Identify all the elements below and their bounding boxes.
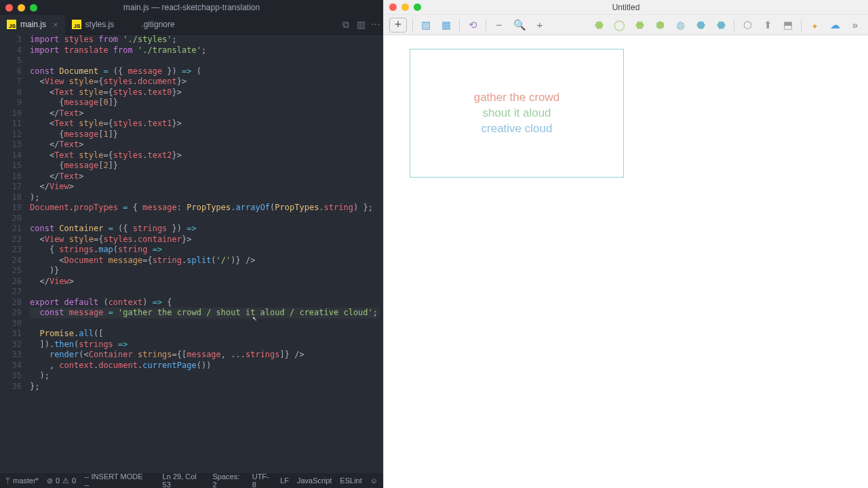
code-line[interactable]: , context.document.currentPage()) bbox=[30, 361, 383, 371]
sketch-titlebar[interactable]: Untitled bbox=[384, 0, 868, 15]
code-line[interactable]: const Container = ({ strings }) => bbox=[30, 224, 383, 235]
separator bbox=[412, 19, 413, 31]
code-line[interactable]: {message[1]} bbox=[30, 129, 383, 140]
mirror-icon[interactable]: ⬥ bbox=[807, 18, 822, 33]
tool-icon[interactable]: ▧ bbox=[418, 18, 433, 33]
code-line[interactable]: Document.propTypes = { message: PropType… bbox=[30, 203, 383, 214]
code-line[interactable]: </View> bbox=[30, 182, 383, 192]
problems-status[interactable]: ⊘ 0 ⚠ 0 bbox=[47, 476, 76, 485]
code-line[interactable]: <Document message={string.split('/')} /> bbox=[30, 256, 383, 266]
line-number: 4 bbox=[0, 45, 22, 56]
tool-icon[interactable]: ⬒ bbox=[781, 18, 795, 33]
symbol-icon[interactable]: ⟲ bbox=[465, 18, 480, 33]
cursor-position[interactable]: Ln 29, Col 53 bbox=[163, 472, 205, 488]
github-icon bbox=[127, 20, 137, 29]
code-line[interactable]: <Text style={styles.text1}> bbox=[30, 119, 383, 129]
code-line[interactable]: )} bbox=[30, 266, 383, 277]
code-line[interactable]: <View style={styles.document}> bbox=[30, 77, 383, 87]
code-line[interactable]: Promise.all([ bbox=[30, 329, 383, 340]
line-number: 15 bbox=[0, 161, 22, 171]
tool-icon[interactable]: ⬡ bbox=[740, 18, 755, 33]
code-line[interactable]: import styles from './styles'; bbox=[30, 35, 383, 45]
code-line[interactable]: <Text style={styles.text0}> bbox=[30, 87, 383, 98]
more-actions-icon[interactable]: ⋯ bbox=[368, 17, 383, 32]
code-content[interactable]: import styles from './styles';import tra… bbox=[30, 35, 383, 473]
text-line-0[interactable]: gather the crowd bbox=[474, 91, 560, 104]
code-line[interactable] bbox=[30, 56, 383, 66]
shape-icon[interactable]: ◯ bbox=[612, 18, 627, 33]
branch-status[interactable]: ᛘ master* bbox=[5, 476, 39, 485]
line-number: 19 bbox=[0, 203, 22, 214]
code-line[interactable]: <Text style={styles.text2}> bbox=[30, 150, 383, 161]
vscode-titlebar[interactable]: main.js — react-sketchapp-translation bbox=[0, 0, 383, 15]
line-number: 34 bbox=[0, 361, 22, 371]
text-line-2[interactable]: creative cloud bbox=[481, 122, 553, 136]
line-number-gutter: 3456789101112131415161718192021222324252… bbox=[0, 35, 30, 473]
zoom-out-icon[interactable]: − bbox=[492, 18, 507, 33]
shape-icon[interactable]: ◍ bbox=[673, 18, 688, 33]
code-line[interactable]: </Text> bbox=[30, 108, 383, 119]
code-line[interactable]: {message[2]} bbox=[30, 161, 383, 171]
code-line[interactable]: <View style={styles.container}> bbox=[30, 235, 383, 245]
window-title: main.js — react-sketchapp-translation bbox=[0, 3, 383, 12]
window-title: Untitled bbox=[384, 3, 868, 12]
tool-icon[interactable]: ▦ bbox=[439, 18, 454, 33]
line-number: 5 bbox=[0, 56, 22, 66]
code-line[interactable]: import translate from './translate'; bbox=[30, 45, 383, 56]
shape-icon[interactable]: ⬢ bbox=[652, 18, 667, 33]
code-line[interactable]: render(<Container strings={[message, ...… bbox=[30, 350, 383, 361]
code-line[interactable]: ); bbox=[30, 371, 383, 382]
text-line-1[interactable]: shout it aloud bbox=[482, 106, 551, 120]
code-line[interactable]: {message[0]} bbox=[30, 98, 383, 108]
linter-status[interactable]: ESLint bbox=[340, 476, 361, 485]
eol-status[interactable]: LF bbox=[280, 476, 289, 485]
line-number: 9 bbox=[0, 98, 22, 108]
code-line[interactable] bbox=[30, 287, 383, 298]
zoom-icon[interactable]: 🔍 bbox=[512, 18, 527, 33]
line-number: 12 bbox=[0, 129, 22, 140]
editor-action-icon[interactable]: ⧉ bbox=[338, 17, 353, 32]
language-status[interactable]: JavaScript bbox=[297, 476, 332, 485]
tab--gitignore[interactable]: .gitignore bbox=[121, 15, 181, 35]
code-line[interactable]: ]).then(strings => bbox=[30, 340, 383, 350]
line-number: 31 bbox=[0, 329, 22, 340]
code-line[interactable] bbox=[30, 214, 383, 224]
insert-icon[interactable]: + bbox=[389, 18, 407, 33]
code-line[interactable] bbox=[30, 319, 383, 329]
document-artboard[interactable]: gather the crowd shout it aloud creative… bbox=[410, 49, 624, 178]
line-number: 8 bbox=[0, 87, 22, 98]
code-editor[interactable]: 3456789101112131415161718192021222324252… bbox=[0, 35, 383, 473]
vim-mode: -- INSERT MODE -- bbox=[84, 472, 146, 488]
zoom-in-icon[interactable]: + bbox=[532, 18, 547, 33]
code-line[interactable]: </View> bbox=[30, 277, 383, 287]
shape-icon[interactable]: ⬣ bbox=[632, 18, 647, 33]
close-tab-icon[interactable]: × bbox=[53, 20, 58, 30]
shape-icon[interactable]: ⬣ bbox=[713, 18, 728, 33]
js-file-icon: JS bbox=[7, 20, 16, 29]
tab-main-js[interactable]: JSmain.js× bbox=[0, 15, 65, 35]
sketch-canvas[interactable]: gather the crowd shout it aloud creative… bbox=[384, 35, 868, 488]
encoding-status[interactable]: UTF-8 bbox=[252, 472, 272, 488]
tab-styles-js[interactable]: JSstyles.js bbox=[65, 15, 121, 35]
sketch-window: Untitled + ▧ ▦ ⟲ − 🔍 + ⬣ ◯ ⬣ ⬢ ◍ ⬣ ⬣ ⬡ ⬆… bbox=[383, 0, 868, 488]
code-line[interactable]: </Text> bbox=[30, 171, 383, 182]
code-line[interactable]: ); bbox=[30, 192, 383, 203]
tab-label: .gitignore bbox=[141, 20, 174, 29]
code-line[interactable]: </Text> bbox=[30, 140, 383, 150]
feedback-icon[interactable]: ☺ bbox=[370, 476, 378, 485]
code-line[interactable]: export default (context) => { bbox=[30, 298, 383, 308]
line-number: 7 bbox=[0, 77, 22, 87]
code-line[interactable]: }; bbox=[30, 382, 383, 392]
line-number: 20 bbox=[0, 214, 22, 224]
cloud-icon[interactable]: ☁ bbox=[827, 18, 842, 33]
split-editor-icon[interactable]: ▥ bbox=[353, 17, 368, 32]
shape-icon[interactable]: ⬣ bbox=[693, 18, 708, 33]
js-file-icon: JS bbox=[72, 20, 81, 29]
code-line[interactable]: { strings.map(string => bbox=[30, 245, 383, 256]
indentation-status[interactable]: Spaces: 2 bbox=[212, 472, 243, 488]
code-line[interactable]: const Document = ({ message }) => ( bbox=[30, 66, 383, 77]
line-number: 30 bbox=[0, 319, 22, 329]
more-icon[interactable]: » bbox=[848, 18, 863, 33]
shape-icon[interactable]: ⬣ bbox=[591, 18, 606, 33]
tool-icon[interactable]: ⬆ bbox=[760, 18, 775, 33]
